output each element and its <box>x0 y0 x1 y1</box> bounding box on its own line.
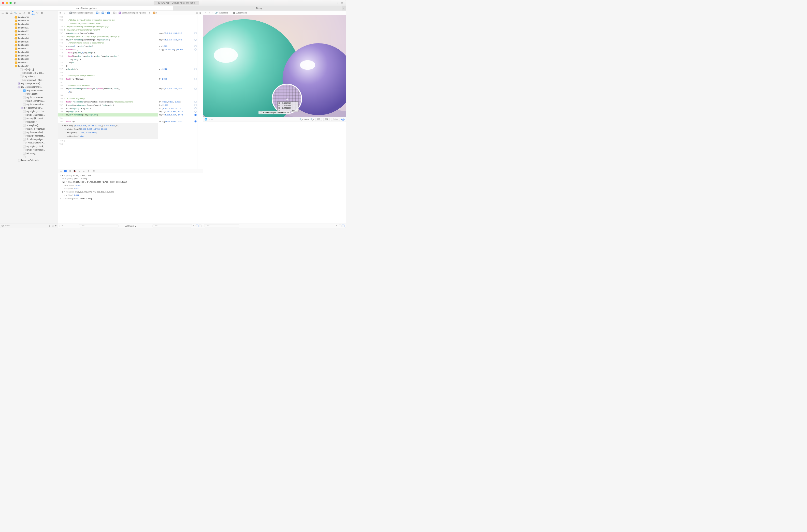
debug-mode-label[interactable]: Debug <box>331 118 340 121</box>
nav-log-icon[interactable]: ≣ <box>40 11 43 14</box>
return-inspect[interactable]: ▾ret = (Ray) [[5.095, 6.994, -14.733, 39… <box>58 123 158 139</box>
tree-row[interactable]: ray.dir = normalize… <box>0 103 58 106</box>
navigator-filter-input[interactable]: Filter <box>5 225 48 227</box>
navigator-tree[interactable]: ▸Iteration 18▸Iteration 19▸Iteration 20▸… <box>0 15 58 224</box>
clear-console-icon[interactable]: 🗑 <box>193 225 194 227</box>
auto-toggle-icon[interactable]: ◌ <box>59 225 60 227</box>
related-items-icon[interactable]: ⊞ <box>59 12 61 14</box>
assistant-jump-bar[interactable]: ✕ 〈 〉 🔗 Automatic〉 ▦ Attachments <box>203 11 346 15</box>
code-line[interactable]: 757 fl = -dot(ray.origin.xyz - CameraTar… <box>58 103 158 107</box>
window-title-pill[interactable]: ? iOS App – Debugging GPU Frame <box>154 1 199 5</box>
variable-row[interactable]: fl = (float) 19.109 <box>59 184 202 187</box>
variable-row[interactable]: ▸ray = (Ray) [[5.095, 6.994, -14.733, 39… <box>59 180 202 184</box>
new-tab-button[interactable]: ＋ <box>342 6 345 11</box>
value-marker-icon[interactable] <box>195 107 197 109</box>
tree-row[interactable]: ▸Vk = pointOnSpher… <box>0 106 58 110</box>
tree-row[interactable]: ▸Iteration 19 <box>0 19 58 23</box>
code-line[interactable]: 763} <box>58 139 158 142</box>
tree-row[interactable]: ▸Iteration 26 <box>0 43 58 47</box>
value-marker-icon[interactable] <box>195 78 197 80</box>
assistant-clear-icon[interactable]: 🗑 <box>336 225 337 227</box>
assistant-filter-input[interactable]: ⌕ Filter <box>204 224 239 227</box>
info-icon[interactable]: ⓘ <box>260 111 262 114</box>
editor-options-icon[interactable]: ≣ <box>196 12 198 14</box>
stack-icon[interactable]: ▭ <box>211 118 213 120</box>
code-line[interactable]: 751 <box>58 81 158 84</box>
tree-row[interactable]: ray.origin.xyz += k; <box>0 145 58 148</box>
zoom-in-icon[interactable]: 🔍+ <box>311 118 314 120</box>
nav-tests-icon[interactable]: ◇ <box>23 11 26 14</box>
code-line[interactable]: 758 t = ray.origin.xyz + ray.dir * fl; <box>58 107 158 110</box>
tree-row[interactable]: ▸Iteration 20 <box>0 23 58 26</box>
variable-row[interactable]: f = (float) 1.054 <box>59 193 202 197</box>
value-marker-icon[interactable] <box>195 101 197 103</box>
breakpoint-toggle-icon[interactable] <box>64 170 67 172</box>
tree-row[interactable]: ▸Iteration 25 <box>0 40 58 43</box>
tab-right[interactable]: Debug ＋ <box>173 6 346 11</box>
variable-row[interactable]: ▸c = (float3x3) [[[n/a, n/a, n/a], [n/a,… <box>59 190 202 193</box>
vars-filter-input[interactable]: ⌕ Filter <box>79 224 118 227</box>
code-line[interactable]: 745 -ray.dir <box>58 61 158 64</box>
value-marker-icon[interactable] <box>195 88 197 90</box>
zoom-window-icon[interactable] <box>10 2 12 4</box>
back-icon[interactable]: 〈 <box>62 12 65 14</box>
tree-row[interactable]: fl = -dot(ray.origin… <box>0 137 58 141</box>
tree-row[interactable]: k.xy = float2( <box>0 75 58 78</box>
console-filter-input[interactable]: ⌕ Filter <box>153 224 192 227</box>
nav-debug-icon[interactable]: �よ <box>32 11 35 14</box>
code-line[interactable]: 746 }; <box>58 64 158 68</box>
tree-row[interactable]: ▸Iteration 28 <box>0 50 58 54</box>
tree-row[interactable]: float3x3 c = { <box>0 120 58 124</box>
tree-row[interactable]: ray.origin.w=t + (floa… <box>0 78 58 82</box>
code-line[interactable]: 742 float3x3 c = { <box>58 48 158 51</box>
step-over-icon[interactable]: ↻ <box>78 170 81 172</box>
code-line[interactable]: 736// ray.origin.xyz=CameraTarget-ray.di… <box>58 28 158 32</box>
code-line[interactable]: 735// ray.dir=normalize(CameraTarget-ray… <box>58 25 158 28</box>
value-marker-icon[interactable] <box>195 111 197 113</box>
thread-picker-icon[interactable]: ⬭ <box>92 170 96 172</box>
tab-left[interactable]: frameCapture.gputrace <box>0 6 173 11</box>
value-marker-icon[interactable] <box>195 49 197 51</box>
step-out-icon[interactable]: ⤒ <box>87 170 90 172</box>
tree-row[interactable]: float3 t = normaliz… <box>0 134 58 138</box>
code-line[interactable]: 737 ray.origin.xyz = CameraPosition; <box>58 32 158 35</box>
tree-row[interactable]: ▸Iteration 21 <box>0 26 58 30</box>
code-line[interactable]: 754 <box>58 94 158 97</box>
hide-debug-icon[interactable]: ▭ <box>59 170 62 172</box>
tree-row[interactable]: float4 rayColouratio… <box>0 159 58 162</box>
code-line[interactable]: camera target to the camera plane <box>58 22 158 25</box>
variable-row[interactable]: ▸uv = (float2) [0.417, -0.059] <box>59 177 202 180</box>
filter-crashed-icon[interactable]: ▭ <box>52 225 54 227</box>
variable-row[interactable]: a = (float) 0.422 <box>59 187 202 190</box>
variables-view[interactable]: ▸k = (float3) [0.095, -0.006, 0.267]▸uv … <box>58 173 203 224</box>
right-pane-toggle-icon[interactable] <box>199 225 202 227</box>
continue-icon[interactable]: ▯| <box>69 170 72 172</box>
assistant-forward-icon[interactable]: 〉 <box>211 12 214 15</box>
code-line[interactable]: 761 <box>58 116 158 120</box>
tree-row[interactable]: ray.origin.xyz = Ca… <box>0 110 58 113</box>
code-line[interactable]: ray.dir.z) * a, <box>58 58 158 61</box>
code-line[interactable]: 738// ray.origin.xyz += k * pow(1-abs(do… <box>58 35 158 38</box>
code-line[interactable]: 755// fl = focalLength(ray); <box>58 97 158 100</box>
tree-row[interactable]: } <box>0 155 58 159</box>
code-line[interactable]: 733 <box>58 15 158 19</box>
tree-row[interactable]: ▸Iteration 27 <box>0 47 58 51</box>
code-line[interactable]: 741 a = rsqrt(1 - ray.dir.y * ray.dir.y)… <box>58 44 158 48</box>
forward-icon[interactable]: 〉 <box>66 12 69 14</box>
breadcrumb[interactable]: ◆ frameCapture.gputrace〉 ▣〉 ▣〉 ◌〉 ↗〉 P C… <box>70 12 157 14</box>
code-line[interactable]: 749 // Scaling for fisheye distortion <box>58 74 158 77</box>
value-marker-icon[interactable] <box>195 32 197 34</box>
nav-breakpoints-icon[interactable]: ⬠ <box>36 11 39 14</box>
tree-row[interactable]: return ray; <box>0 152 58 155</box>
filter-stepover-icon[interactable]: ↧ <box>49 225 50 227</box>
filter-scope-icon[interactable]: ⊜▾ <box>1 225 4 227</box>
left-pane-toggle-icon[interactable] <box>196 225 199 227</box>
code-line[interactable]: 743 float3(-ray.dir.z, 0, ray.dir.x) * a… <box>58 51 158 54</box>
tree-row[interactable]: float f = a * Fisheye; <box>0 127 58 131</box>
assistant-back-icon[interactable]: 〈 <box>208 12 210 15</box>
pixel-x[interactable]: 703 <box>316 118 322 121</box>
code-line[interactable]: 759 ray.origin.xyz += k; <box>58 110 158 113</box>
nav-folder-icon[interactable]: ▭ <box>1 11 4 14</box>
code-line[interactable]: .4)); <box>58 90 158 94</box>
tree-row[interactable]: ▸Iteration 24 <box>0 37 58 40</box>
